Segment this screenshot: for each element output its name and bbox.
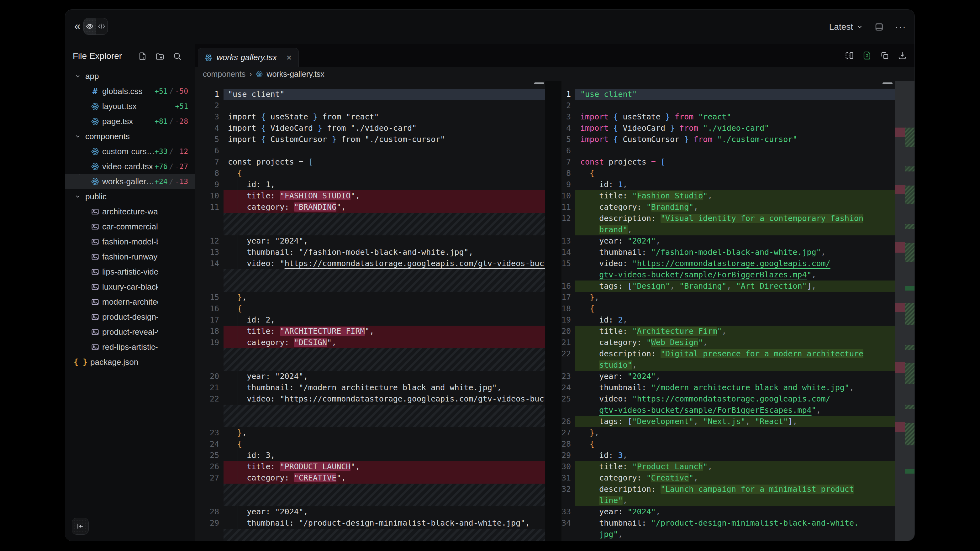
code-row[interactable]: 7const projects = [ (195, 156, 545, 168)
scrollbar-thumb[interactable] (534, 83, 544, 84)
code-row[interactable]: 8 { (195, 168, 545, 179)
code-row[interactable]: 23 year: "2024", (562, 371, 895, 382)
code-row[interactable]: 11 category: "Branding", (562, 202, 895, 213)
code-row[interactable]: 4import { VideoCard } from "./video-card… (195, 122, 545, 134)
code-toggle-button[interactable] (95, 18, 108, 35)
diff-view-button[interactable] (862, 51, 872, 60)
code-row[interactable]: 8 { (562, 168, 895, 179)
tree-file-architecture-walkthro-[interactable]: architecture-walkthro… (65, 204, 195, 219)
pane-divider[interactable] (545, 81, 562, 541)
search-button[interactable] (173, 51, 182, 61)
new-folder-button[interactable] (155, 51, 165, 61)
code-row[interactable]: 21 thumbnail: "/modern-architecture-blac… (195, 382, 545, 393)
code-row[interactable]: 15 video: "https://commondatastorage.goo… (562, 258, 895, 269)
code-row[interactable]: 6 (562, 145, 895, 156)
code-row[interactable]: 34 thumbnail: "/product-design-minimalis… (562, 518, 895, 529)
code-row[interactable]: 18 title: "ARCHITECTURE FIRM", (195, 326, 545, 337)
code-row[interactable]: 2 (195, 100, 545, 111)
tree-file-package.json[interactable]: { }package.json (65, 354, 195, 370)
code-row[interactable]: 12 description: "Visual identity for a c… (562, 213, 895, 224)
code-row[interactable]: 18 { (562, 303, 895, 314)
panel-layout-button[interactable] (874, 22, 884, 32)
code-row[interactable]: 3import { useState } from "react" (562, 111, 895, 122)
tree-file-fashion-runway-scen-[interactable]: fashion-runway-scen… (65, 249, 195, 264)
code-row[interactable]: 20 title: "Architecture Firm", (562, 326, 895, 337)
tree-file-video-card.tsx[interactable]: video-card.tsx+76/-27 (65, 159, 195, 174)
code-row[interactable]: 27 category: "CREATIVE", (195, 472, 545, 484)
code-row[interactable]: 25 video: "https://commondatastorage.goo… (562, 393, 895, 405)
code-row[interactable]: 25 id: 3, (195, 450, 545, 461)
code-row[interactable]: 19 category: "DESIGN", (195, 337, 545, 348)
tree-folder-app[interactable]: app (65, 69, 195, 84)
code-row[interactable]: 1"use client" (562, 89, 895, 100)
tree-file-globals.css[interactable]: #globals.css+51/-50 (65, 84, 195, 99)
tree-file-fashion-model-black-[interactable]: fashion-model-black-… (65, 234, 195, 249)
code-row[interactable]: 7const projects = [ (562, 156, 895, 168)
code-row[interactable]: 17 }, (562, 292, 895, 303)
tree-file-car-commercial-video-[interactable]: car-commercial-video… (65, 219, 195, 234)
preview-toggle-button[interactable] (84, 18, 95, 35)
code-row[interactable]: 1"use client" (195, 89, 545, 100)
tree-folder-public[interactable]: public (65, 189, 195, 204)
version-dropdown[interactable]: Latest (829, 22, 863, 32)
code-row[interactable]: 31 category: "Creative", (562, 472, 895, 484)
copy-button[interactable] (880, 51, 889, 60)
split-view-button[interactable] (845, 51, 854, 60)
tab-works-gallery[interactable]: works-gallery.tsx × (198, 48, 299, 67)
code-row[interactable]: jpg", (562, 529, 895, 540)
code-row[interactable]: 14 video: "https://commondatastorage.goo… (195, 258, 545, 269)
code-row[interactable]: 30 title: "Product Launch", (562, 461, 895, 472)
collapse-panel-button[interactable]: « (70, 19, 84, 33)
tree-file-modern-architecture-[interactable]: modern-architecture-… (65, 294, 195, 310)
code-row[interactable]: studio", (562, 359, 895, 371)
code-row[interactable]: 20 year: "2024", (195, 371, 545, 382)
tree-file-page.tsx[interactable]: page.tsx+81/-28 (65, 114, 195, 129)
new-file-button[interactable] (138, 51, 147, 61)
code-row[interactable]: 16 { (195, 303, 545, 314)
collapse-sidebar-button[interactable] (72, 518, 89, 535)
tree-file-red-lips-artistic-close-[interactable]: red-lips-artistic-close… (65, 340, 195, 354)
code-row[interactable]: 13 thumbnail: "/fashion-model-black-and-… (195, 247, 545, 258)
code-row[interactable]: 22 video: "https://commondatastorage.goo… (195, 393, 545, 405)
code-row[interactable]: 22 description: "Digital presence for a … (562, 348, 895, 359)
code-row[interactable]: 32 description: "Launch campaign for a m… (562, 484, 895, 495)
code-row[interactable]: 24 thumbnail: "/modern-architecture-blac… (562, 382, 895, 393)
code-row[interactable]: 5import { CustomCursor } from "./custom-… (195, 134, 545, 145)
code-row[interactable]: 12 year: "2024", (195, 235, 545, 247)
diff-overview-ruler[interactable] (895, 81, 915, 541)
code-row[interactable]: brand", (562, 224, 895, 235)
code-row[interactable]: 29 thumbnail: "/product-design-minimalis… (195, 518, 545, 529)
tree-file-luxury-car-black-and-[interactable]: luxury-car-black-and-… (65, 279, 195, 294)
code-row[interactable]: 26 tags: ["Development", "Next.js", "Rea… (562, 416, 895, 427)
code-row[interactable]: 28 year: "2024", (195, 506, 545, 518)
code-row[interactable]: 2 (562, 100, 895, 111)
tree-file-product-reveal-video.j-[interactable]: product-reveal-video.j… (65, 324, 195, 340)
breadcrumb-parent[interactable]: components (203, 70, 245, 79)
code-row[interactable]: gtv-videos-bucket/sample/ForBiggerEscape… (562, 405, 895, 416)
tree-file-layout.tsx[interactable]: layout.tsx+51 (65, 99, 195, 114)
code-row[interactable]: 15 }, (195, 292, 545, 303)
code-row[interactable]: 6 (195, 145, 545, 156)
more-options-button[interactable]: ··· (895, 22, 906, 32)
code-row[interactable]: 3import { useState } from "react" (195, 111, 545, 122)
tree-file-works-galler-[interactable]: works-galler…+24/-13 (65, 174, 195, 189)
code-row[interactable]: 19 id: 2, (562, 314, 895, 326)
download-button[interactable] (897, 51, 907, 60)
code-row[interactable]: 9 id: 1, (562, 179, 895, 190)
code-row[interactable]: 33 year: "2024", (562, 506, 895, 518)
code-row[interactable]: 10 title: "FASHION STUDIO", (195, 190, 545, 202)
code-row[interactable]: 26 title: "PRODUCT LAUNCH", (195, 461, 545, 472)
tree-file-product-design-minim-[interactable]: product-design-minim… (65, 310, 195, 324)
code-row[interactable]: line", (562, 495, 895, 506)
code-row[interactable]: 21 category: "Web Design", (562, 337, 895, 348)
code-row[interactable]: 13 year: "2024", (562, 235, 895, 247)
scrollbar-thumb[interactable] (883, 83, 892, 84)
tree-file-lips-artistic-video.jpg[interactable]: lips-artistic-video.jpg (65, 264, 195, 279)
code-row[interactable]: 10 title: "Fashion Studio", (562, 190, 895, 202)
code-row[interactable]: 27 }, (562, 427, 895, 438)
code-row[interactable]: 16 tags: ["Design", "Branding", "Art Dir… (562, 281, 895, 292)
code-row[interactable]: 24 { (195, 438, 545, 450)
tree-folder-components[interactable]: components (65, 129, 195, 144)
code-row[interactable]: 11 category: "BRANDING", (195, 202, 545, 213)
code-row[interactable]: 5import { CustomCursor } from "./custom-… (562, 134, 895, 145)
